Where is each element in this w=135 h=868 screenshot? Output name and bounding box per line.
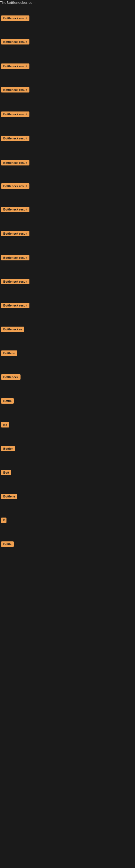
bottleneck-badge-2[interactable]: Bottleneck result [1, 39, 30, 44]
result-row-16: Bottleneck [1, 374, 20, 381]
result-row-10: Bottleneck result [1, 231, 30, 237]
bottleneck-badge-4[interactable]: Bottleneck result [1, 87, 30, 93]
bottleneck-badge-3[interactable]: Bottleneck result [1, 63, 30, 69]
result-row-21: Bottlene [1, 494, 17, 500]
bottleneck-badge-13[interactable]: Bottleneck result [1, 303, 30, 308]
bottleneck-badge-14[interactable]: Bottleneck re [1, 327, 24, 332]
bottleneck-badge-22[interactable]: B [1, 518, 6, 523]
result-row-7: Bottleneck result [1, 160, 30, 166]
bottleneck-badge-15[interactable]: Bottlene [1, 350, 17, 356]
bottleneck-badge-23[interactable]: Bottle [1, 541, 14, 547]
result-row-4: Bottleneck result [1, 87, 30, 94]
bottleneck-badge-21[interactable]: Bottlene [1, 494, 17, 499]
result-row-19: Bottler [1, 446, 15, 453]
bottleneck-badge-11[interactable]: Bottleneck result [1, 255, 30, 260]
site-title: TheBottlenecker.com [0, 0, 36, 6]
bottleneck-badge-17[interactable]: Bottle [1, 398, 14, 404]
result-row-17: Bottle [1, 398, 14, 405]
bottleneck-badge-8[interactable]: Bottleneck result [1, 183, 30, 189]
result-row-18: Bo [1, 422, 9, 429]
result-row-5: Bottleneck result [1, 112, 30, 118]
result-row-14: Bottleneck re [1, 327, 24, 333]
result-row-20: Bott [1, 470, 11, 476]
result-row-23: Bottle [1, 541, 14, 548]
result-row-22: B [1, 518, 6, 524]
result-row-12: Bottleneck result [1, 279, 30, 285]
bottleneck-badge-10[interactable]: Bottleneck result [1, 231, 30, 236]
result-row-11: Bottleneck result [1, 255, 30, 261]
bottleneck-badge-16[interactable]: Bottleneck [1, 374, 20, 380]
bottleneck-badge-20[interactable]: Bott [1, 470, 11, 475]
result-row-6: Bottleneck result [1, 135, 30, 142]
result-row-2: Bottleneck result [1, 39, 30, 45]
bottleneck-badge-7[interactable]: Bottleneck result [1, 160, 30, 165]
bottleneck-badge-19[interactable]: Bottler [1, 446, 15, 452]
result-row-15: Bottlene [1, 350, 17, 357]
result-row-1: Bottleneck result [1, 16, 30, 22]
bottleneck-badge-5[interactable]: Bottleneck result [1, 112, 30, 117]
bottleneck-badge-18[interactable]: Bo [1, 422, 9, 428]
result-row-13: Bottleneck result [1, 303, 30, 309]
bottleneck-badge-6[interactable]: Bottleneck result [1, 135, 30, 141]
bottleneck-badge-12[interactable]: Bottleneck result [1, 279, 30, 284]
result-row-3: Bottleneck result [1, 63, 30, 70]
bottleneck-badge-1[interactable]: Bottleneck result [1, 16, 30, 21]
result-row-9: Bottleneck result [1, 207, 30, 213]
site-header: TheBottlenecker.com [0, 0, 135, 5]
bottleneck-badge-9[interactable]: Bottleneck result [1, 207, 30, 212]
result-row-8: Bottleneck result [1, 183, 30, 190]
